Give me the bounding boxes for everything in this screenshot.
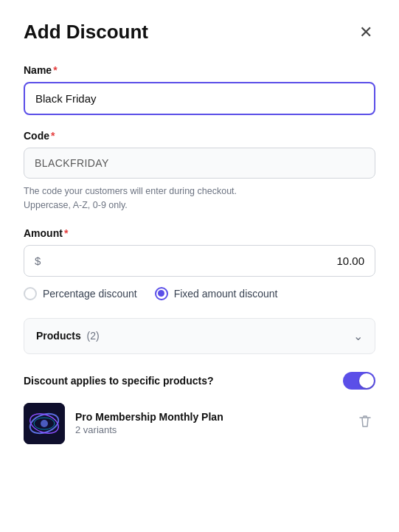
code-required-star: *	[51, 130, 55, 142]
product-item: Pro Membership Monthly Plan 2 variants	[24, 403, 223, 444]
specific-products-label: Discount applies to specific products?	[24, 375, 213, 387]
toggle-knob	[359, 373, 374, 388]
name-required-star: *	[53, 64, 57, 76]
products-section[interactable]: Products (2) ⌄	[24, 318, 375, 354]
product-name: Pro Membership Monthly Plan	[75, 411, 223, 423]
chevron-down-icon: ⌄	[353, 329, 363, 343]
code-hint: The code your customers will enter durin…	[24, 184, 375, 213]
amount-input[interactable]	[46, 246, 364, 276]
specific-products-toggle[interactable]	[343, 372, 375, 390]
code-input[interactable]	[24, 148, 375, 179]
modal-header: Add Discount ✕	[24, 21, 375, 44]
name-field-group: Name*	[24, 64, 375, 115]
fixed-radio-dot	[158, 290, 164, 297]
amount-required-star: *	[64, 227, 68, 239]
currency-symbol: $	[35, 255, 41, 267]
fixed-discount-option[interactable]: Fixed amount discount	[155, 287, 278, 300]
percentage-discount-option[interactable]: Percentage discount	[24, 287, 137, 300]
add-discount-modal: Add Discount ✕ Name* Code* The code your…	[0, 0, 399, 532]
product-row: Pro Membership Monthly Plan 2 variants	[24, 403, 375, 444]
close-button[interactable]: ✕	[356, 21, 375, 44]
product-thumbnail	[24, 403, 65, 444]
svg-point-3	[41, 420, 48, 427]
name-input[interactable]	[24, 82, 375, 115]
trash-icon	[358, 414, 372, 429]
delete-product-button[interactable]	[355, 411, 375, 435]
specific-products-row: Discount applies to specific products?	[24, 372, 375, 390]
fixed-radio-circle	[155, 287, 168, 300]
product-info: Pro Membership Monthly Plan 2 variants	[75, 411, 223, 435]
amount-field-group: Amount* $ Percentage discount Fixed amou…	[24, 227, 375, 300]
products-label: Products (2)	[36, 330, 100, 342]
discount-type-radio-group: Percentage discount Fixed amount discoun…	[24, 287, 375, 300]
product-variants: 2 variants	[75, 424, 223, 435]
modal-title: Add Discount	[24, 21, 148, 44]
percentage-discount-label: Percentage discount	[43, 288, 137, 300]
amount-label: Amount*	[24, 227, 375, 239]
percentage-radio-circle	[24, 287, 37, 300]
name-label: Name*	[24, 64, 375, 76]
code-field-group: Code* The code your customers will enter…	[24, 130, 375, 213]
amount-input-wrapper: $	[24, 245, 375, 277]
fixed-discount-label: Fixed amount discount	[174, 288, 278, 300]
code-label: Code*	[24, 130, 375, 142]
